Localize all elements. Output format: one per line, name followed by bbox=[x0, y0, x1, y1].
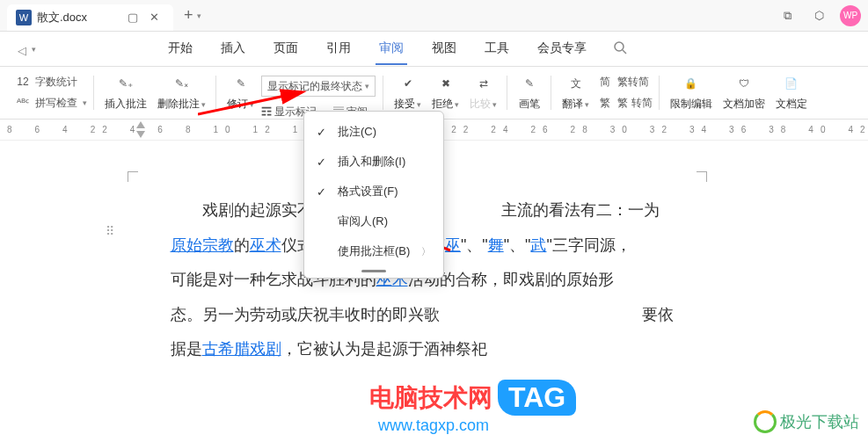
tab-tools[interactable]: 工具 bbox=[481, 33, 513, 65]
spellcheck-label: 拼写检查 bbox=[35, 96, 77, 111]
wordcount-button[interactable]: 12 字数统计 bbox=[14, 72, 87, 91]
word-icon: W bbox=[16, 10, 32, 25]
compare-button[interactable]: ⇄ 比较▾ bbox=[466, 67, 500, 112]
spellcheck-button[interactable]: ᴬᴮᶜ 拼写检查 ▾ bbox=[14, 93, 87, 112]
chevron-down-icon[interactable]: ▾ bbox=[197, 11, 201, 20]
dd-insert-delete[interactable]: ✓ 插入和删除(I) bbox=[304, 147, 443, 177]
wordcount-label: 字数统计 bbox=[35, 75, 77, 90]
ruler-left: 8 6 4 2 bbox=[7, 124, 102, 136]
translate-icon: 文 bbox=[565, 72, 587, 95]
dd-label: 审阅人(R) bbox=[338, 214, 388, 229]
reject-button[interactable]: ✖ 拒绝▾ bbox=[428, 67, 463, 112]
watermark-text: 电脑技术网 bbox=[369, 381, 492, 415]
insert-comment-button[interactable]: ✎₊ 插入批注 bbox=[101, 67, 150, 112]
dd-label: 批注(C) bbox=[338, 124, 376, 140]
wordcount-icon: 12 bbox=[14, 73, 32, 91]
site-logo-text: 极光下载站 bbox=[780, 411, 859, 432]
dd-label: 使用批注框(B) bbox=[338, 243, 410, 259]
new-tab-button[interactable]: + bbox=[184, 6, 193, 25]
dd-balloons[interactable]: 使用批注框(B) 〉 bbox=[304, 236, 443, 266]
check-icon: ✓ bbox=[317, 156, 329, 169]
doc-settings-button[interactable]: 📄 文档定 bbox=[772, 67, 811, 112]
paragraph-handle-icon[interactable]: ⠿ bbox=[106, 224, 114, 238]
ribbon-tabs: 开始 插入 页面 引用 审阅 视图 工具 会员专享 bbox=[164, 33, 590, 65]
tab-view[interactable]: 视图 bbox=[428, 33, 460, 65]
tab-insert[interactable]: 插入 bbox=[217, 33, 249, 65]
search-icon[interactable] bbox=[613, 40, 627, 57]
svg-line-1 bbox=[623, 50, 626, 54]
dd-comments[interactable]: ✓ 批注(C) bbox=[304, 117, 443, 147]
tab-page[interactable]: 页面 bbox=[270, 33, 302, 65]
tab-close-icon[interactable]: ✕ bbox=[143, 7, 164, 28]
text: 主流的看法有二：一为 bbox=[501, 201, 660, 219]
lock-icon: 🔒 bbox=[680, 72, 703, 95]
link-wu2[interactable]: 舞 bbox=[488, 236, 504, 254]
tab-reference[interactable]: 引用 bbox=[323, 33, 354, 65]
filename: 散文.docx bbox=[37, 10, 87, 25]
dd-reviewers[interactable]: 审阅人(R) bbox=[304, 207, 443, 236]
chevron-down-icon[interactable]: ▾ bbox=[83, 98, 87, 107]
titlebar: W 散文.docx ▢ ✕ + ▾ ⧉ ⬡ WP bbox=[0, 0, 868, 32]
watermark-tag: TAG bbox=[498, 380, 576, 416]
dd-format[interactable]: ✓ 格式设置(F) bbox=[304, 177, 443, 207]
check-icon: ✓ bbox=[317, 126, 329, 139]
link-greek[interactable]: 古希腊戏剧 bbox=[202, 340, 281, 358]
convert2-button[interactable]: 繁 繁 转简 bbox=[596, 93, 652, 112]
comment-delete-icon: ✎ₓ bbox=[171, 72, 193, 95]
chevron-down-icon[interactable]: ▾ bbox=[32, 45, 36, 54]
dd-label: 插入和删除(I) bbox=[338, 154, 405, 170]
tab-window-icon[interactable]: ▢ bbox=[122, 7, 143, 28]
swirl-icon bbox=[754, 410, 777, 433]
compare-icon: ⇄ bbox=[472, 72, 495, 95]
convert2-icon: 繁 bbox=[596, 94, 614, 112]
chevron-down-icon[interactable]: ▾ bbox=[455, 100, 459, 109]
show-markup-dropdown: ✓ 批注(C) ✓ 插入和删除(I) ✓ 格式设置(F) 审阅人(R) 使用批注… bbox=[303, 111, 444, 279]
tab-review[interactable]: 审阅 bbox=[376, 33, 407, 65]
chevron-right-icon: 〉 bbox=[421, 245, 431, 258]
link-wu3[interactable]: 武 bbox=[530, 236, 546, 254]
accept-button[interactable]: ✔ 接受▾ bbox=[390, 67, 425, 112]
shield-icon: 🛡 bbox=[733, 72, 755, 95]
annotation-arrow-icon bbox=[198, 66, 321, 119]
chevron-down-icon[interactable]: ▾ bbox=[585, 100, 589, 109]
svg-line-5 bbox=[198, 92, 302, 114]
site-logo: 极光下载站 bbox=[754, 410, 859, 433]
svg-marker-3 bbox=[136, 131, 145, 138]
doc-icon: 📄 bbox=[780, 72, 803, 95]
cube-icon[interactable]: ⬡ bbox=[808, 5, 829, 26]
check-icon: ✓ bbox=[317, 185, 329, 199]
reject-icon: ✖ bbox=[434, 72, 457, 95]
chevron-down-icon: ▾ bbox=[492, 100, 497, 109]
accept-icon: ✔ bbox=[397, 72, 419, 95]
brush-button[interactable]: ✎ 画笔 bbox=[514, 67, 544, 112]
layout-icon[interactable]: ⧉ bbox=[777, 5, 798, 26]
link-wushu[interactable]: 巫术 bbox=[250, 236, 281, 254]
translate-button[interactable]: 文 翻译▾ bbox=[558, 67, 593, 112]
indent-marker-icon[interactable] bbox=[136, 131, 145, 140]
brush-icon: ✎ bbox=[518, 72, 541, 95]
spell-icon: ᴬᴮᶜ bbox=[14, 94, 32, 112]
chevron-down-icon: ▾ bbox=[365, 82, 369, 91]
avatar[interactable]: WP bbox=[840, 5, 861, 26]
menubar: ◁ ▾ 开始 插入 页面 引用 审阅 视图 工具 会员专享 bbox=[0, 32, 868, 67]
tab-start[interactable]: 开始 bbox=[164, 33, 196, 65]
dd-label: 格式设置(F) bbox=[338, 184, 398, 199]
ruler-right: 2 4 6 8 10 12 14 16 18 20 22 24 26 28 30… bbox=[102, 124, 868, 136]
chevron-down-icon[interactable]: ▾ bbox=[417, 100, 421, 109]
svg-point-0 bbox=[615, 42, 624, 51]
drag-handle-icon[interactable] bbox=[361, 270, 386, 272]
link-religion[interactable]: 原始宗教 bbox=[171, 236, 234, 254]
indent-marker-icon[interactable] bbox=[136, 121, 145, 130]
watermark: 电脑技术网 TAG bbox=[369, 380, 576, 416]
encrypt-button[interactable]: 🛡 文档加密 bbox=[719, 67, 769, 112]
restrict-edit-button[interactable]: 🔒 限制编辑 bbox=[667, 67, 716, 112]
convert-button[interactable]: 简 繁转简 bbox=[596, 72, 652, 91]
chevron-left-icon[interactable]: ◁ bbox=[18, 44, 25, 54]
document-tab[interactable]: W 散文.docx ▢ ✕ bbox=[7, 4, 173, 31]
svg-marker-2 bbox=[136, 121, 145, 128]
tab-member[interactable]: 会员专享 bbox=[534, 33, 590, 65]
convert-icon: 简 bbox=[596, 73, 614, 91]
watermark-url: www.tagxp.com bbox=[378, 417, 489, 435]
comment-add-icon: ✎₊ bbox=[114, 72, 137, 95]
